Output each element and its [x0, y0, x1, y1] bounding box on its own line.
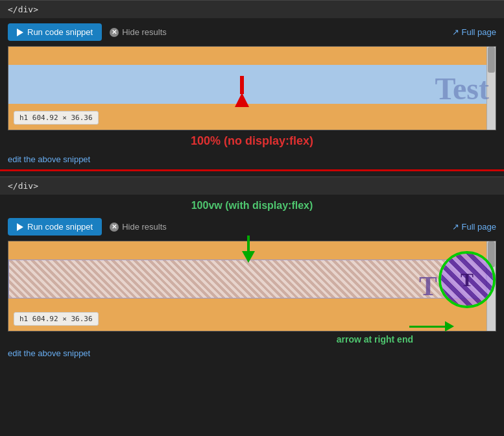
toolbar-1: Run code snippet ✕ Hide results ↗ Full p… — [0, 18, 504, 46]
hide-button-2[interactable]: ✕ Hide results — [110, 222, 167, 232]
green-arrow-down — [242, 236, 255, 263]
code-text-2: </div> — [8, 181, 38, 191]
preview1-scrollbar-thumb — [488, 47, 495, 73]
full-page-label-2: Full page — [462, 222, 496, 232]
section-2: </div> 100vw (with display:flex) Run cod… — [0, 171, 504, 363]
green-arrow-right-head — [445, 321, 454, 332]
section-1: </div> Run code snippet ✕ Hide results ↗… — [0, 0, 504, 169]
annotation-1: 100% (no display:flex) — [0, 130, 504, 152]
edit-link-label-1: edit the above snippet — [8, 154, 90, 164]
red-arrow-up — [235, 76, 249, 107]
run-button-2[interactable]: Run code snippet — [8, 218, 102, 236]
preview2-text: T — [419, 271, 437, 302]
full-page-link-2[interactable]: ↗ Full page — [452, 222, 496, 232]
h1-badge-1: h1 604.92 × 36.36 — [14, 111, 99, 125]
preview2-circle-text: T — [461, 269, 474, 291]
hide-btn-label-1: Hide results — [122, 27, 167, 37]
run-btn-label-1: Run code snippet — [27, 27, 93, 37]
run-btn-label-2: Run code snippet — [27, 222, 93, 232]
preview1-text: Test — [435, 71, 489, 106]
preview2-hatched — [8, 260, 486, 298]
preview-frame-1: Test h1 604.92 × 36.36 — [8, 46, 496, 130]
code-text-1: </div> — [8, 5, 38, 14]
external-link-icon-1: ↗ — [452, 27, 459, 37]
code-block-1: </div> — [0, 0, 504, 18]
preview1-blue — [8, 65, 496, 104]
arrow-right-end-text: arrow at right end — [337, 334, 413, 345]
badge-text-2: h1 604.92 × 36.36 — [19, 315, 93, 323]
annotation-text-1: 100% (no display:flex) — [191, 134, 313, 147]
toolbar-2: Run code snippet ✕ Hide results ↗ Full p… — [0, 195, 504, 241]
full-page-label-1: Full page — [462, 27, 496, 37]
green-arrow-right-line — [409, 326, 445, 328]
hide-btn-label-2: Hide results — [122, 222, 167, 232]
play-icon-2 — [17, 223, 23, 231]
play-icon-1 — [17, 29, 23, 36]
x-icon-2: ✕ — [110, 223, 119, 232]
preview-inner-1: Test h1 604.92 × 36.36 — [8, 47, 496, 130]
external-link-icon-2: ↗ — [452, 222, 459, 232]
edit-link-2[interactable]: edit the above snippet — [0, 346, 504, 363]
x-icon-1: ✕ — [110, 28, 119, 37]
h1-badge-2: h1 604.92 × 36.36 — [14, 312, 99, 326]
badge-text-1: h1 604.92 × 36.36 — [19, 114, 93, 122]
code-block-2: </div> — [0, 176, 504, 195]
full-page-link-1[interactable]: ↗ Full page — [452, 27, 496, 37]
hide-button-1[interactable]: ✕ Hide results — [110, 27, 167, 37]
preview2-circle-inner: T — [441, 254, 493, 306]
run-button-1[interactable]: Run code snippet — [8, 23, 102, 41]
edit-link-1[interactable]: edit the above snippet — [0, 152, 504, 169]
edit-link-label-2: edit the above snippet — [8, 348, 90, 358]
preview2-circle: T — [438, 251, 496, 308]
green-arrow-right — [409, 321, 454, 332]
arrow-right-end-label: arrow at right end — [0, 332, 504, 346]
